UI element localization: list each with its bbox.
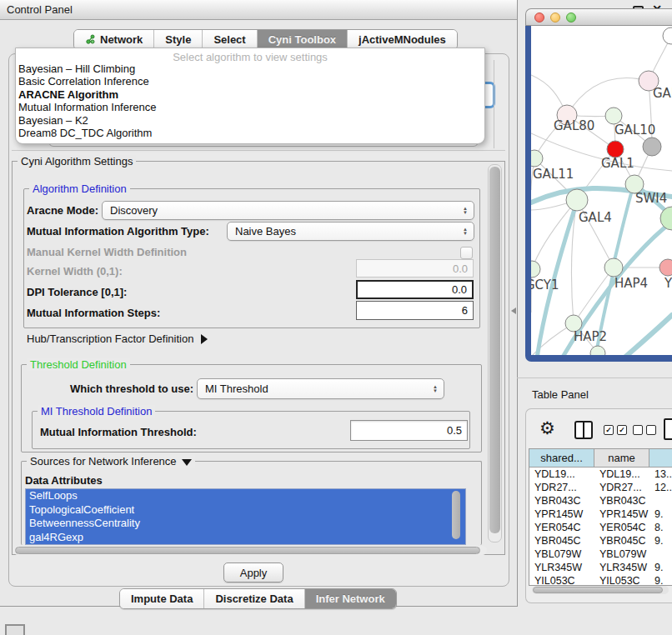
table-row-ybr045c[interactable]: YBR045CYBR045C9. <box>529 534 672 548</box>
tab-style[interactable]: Style <box>153 30 202 49</box>
table-cell: YDL19... <box>529 468 594 481</box>
close-traffic-light-icon[interactable] <box>534 12 544 22</box>
network-window-titlebar[interactable] <box>525 8 672 26</box>
node-label-gcy1: GCY1 <box>531 278 559 292</box>
table-cell: 8. <box>649 521 672 534</box>
algorithm-option-mutual-information-inference[interactable]: Mutual Information Inference <box>16 101 484 113</box>
network-node-top-partial[interactable] <box>663 28 672 44</box>
sources-title[interactable]: Sources for Network Inference <box>27 455 195 468</box>
split-pane-collapse-icon[interactable] <box>511 308 516 314</box>
minimized-window-icon[interactable] <box>5 624 25 635</box>
expand-right-icon[interactable] <box>201 334 208 344</box>
network-node-salmon-node[interactable] <box>659 259 672 276</box>
table-row-ylr345w[interactable]: YLR345WYLR345W9. <box>529 561 672 574</box>
manual-kernel-width-checkbox[interactable] <box>460 247 473 259</box>
tab-jactivemnodules[interactable]: jActiveMNodules <box>347 30 457 49</box>
tab-cyni-toolbox[interactable]: Cyni Toolbox <box>257 30 347 49</box>
algorithm-option-bayesian-hill-climbing[interactable]: Bayesian – Hill Climbing <box>16 62 484 75</box>
network-node-gcy1[interactable] <box>531 261 540 278</box>
table-row-ybr043c[interactable]: YBR043CYBR043C <box>529 494 672 508</box>
tab-select-label: Select <box>213 33 245 46</box>
network-edge-highlighted[interactable] <box>614 193 631 260</box>
tab-select[interactable]: Select <box>202 30 256 49</box>
network-graph[interactable]: GAL7GAL80GAL10GAL1GAL11SWI4GAL4GCY1HAP4Y… <box>531 26 672 355</box>
column-header-name[interactable]: name <box>594 449 649 468</box>
table-cell: YPR145W <box>594 508 649 521</box>
gear-icon[interactable]: ⚙ <box>539 418 555 438</box>
document-icon[interactable] <box>664 418 672 440</box>
deselect-columns-icon[interactable] <box>633 425 656 435</box>
bottom-tab-discretize-data[interactable]: Discretize Data <box>203 589 303 608</box>
column-header-shared[interactable]: shared... <box>529 449 594 468</box>
network-node-hap4[interactable] <box>604 258 623 277</box>
tab-network[interactable]: Network <box>74 30 153 49</box>
node-label-gal1: GAL1 <box>601 156 634 171</box>
mi-threshold-input[interactable]: 0.5 <box>350 420 468 441</box>
network-node-gal4[interactable] <box>566 189 588 211</box>
algorithm-popup-placeholder: Select algorithm to view settings <box>16 48 484 62</box>
algorithm-option-aracne-algorithm[interactable]: ARACNE Algorithm <box>16 88 484 101</box>
table-row-ybl079w[interactable]: YBL079WYBL079W <box>529 548 672 561</box>
manual-kernel-width-label: Manual Kernel Width Definition <box>27 246 187 258</box>
dpi-tolerance-input[interactable]: 0.0 <box>356 280 474 299</box>
table-row-ydl19[interactable]: YDL19...YDL19...13... <box>529 468 672 481</box>
which-threshold-select[interactable]: MI Threshold ▲▼ <box>197 378 444 399</box>
bottom-tab-impute-data[interactable]: Impute Data <box>120 589 203 608</box>
select-columns-icon[interactable]: ✓✓ <box>604 425 627 435</box>
network-node-gray-node[interactable] <box>643 138 661 156</box>
network-edge-highlighted[interactable] <box>624 315 672 355</box>
algorithm-definition-title: Algorithm Definition <box>29 182 130 195</box>
kernel-width-label: Kernel Width (0,1): <box>27 265 123 278</box>
table-row-ypr145w[interactable]: YPR145WYPR145W9. <box>529 508 672 521</box>
aracne-mode-select[interactable]: Discovery ▲▼ <box>102 201 474 220</box>
attributes-list-scrollbar[interactable] <box>451 491 461 542</box>
mi-algorithm-type-select[interactable]: Naive Bayes ▲▼ <box>227 222 474 241</box>
algorithm-option-basic-correlation-inference[interactable]: Basic Correlation Inference <box>16 75 484 88</box>
table-row-ydr27[interactable]: YDR27...YDR27...12... <box>529 481 672 494</box>
bottom-tab-infer-network[interactable]: Infer Network <box>304 589 396 608</box>
algorithm-option-bayesian-k2[interactable]: Bayesian – K2 <box>16 114 484 127</box>
zoom-traffic-light-icon[interactable] <box>566 12 576 22</box>
mi-steps-input[interactable]: 6 <box>356 301 474 320</box>
network-edge[interactable] <box>532 200 577 269</box>
network-node-gal1[interactable] <box>607 141 624 158</box>
tab-cyni-toolbox-label: Cyni Toolbox <box>268 33 336 46</box>
network-view-canvas[interactable]: GAL7GAL80GAL10GAL1GAL11SWI4GAL4GCY1HAP4Y… <box>531 26 672 355</box>
attribute-item-topologicalcoefficient[interactable]: TopologicalCoefficient <box>26 503 465 518</box>
attribute-item-betweennesscentrality[interactable]: BetweennessCentrality <box>26 517 465 531</box>
algorithm-option-dream8-dc-tdc-algorithm[interactable]: Dream8 DC_TDC Algorithm <box>16 127 484 139</box>
data-attributes-list[interactable]: SelfLoopsTopologicalCoefficientBetweenne… <box>25 488 466 545</box>
collapse-down-icon[interactable] <box>182 459 192 466</box>
table-cell: YDL19... <box>594 468 649 481</box>
settings-vertical-scrollbar[interactable] <box>488 164 502 542</box>
settings-horizontal-scrollbar[interactable] <box>13 546 487 555</box>
control-panel-title: Control Panel <box>7 3 73 16</box>
network-icon <box>85 34 96 45</box>
table-horizontal-scrollbar[interactable] <box>532 586 669 594</box>
column-header-2[interactable] <box>649 449 672 468</box>
table-cell: YER054C <box>529 521 594 534</box>
apply-button[interactable]: Apply <box>223 562 283 582</box>
split-view-icon[interactable] <box>574 421 593 439</box>
network-node-gal10[interactable] <box>605 108 622 124</box>
table-cell: YDR27... <box>529 481 594 494</box>
attribute-item-selfloops[interactable]: SelfLoops <box>26 489 465 503</box>
kernel-width-input: 0.0 <box>356 259 474 278</box>
attribute-item-gal4rgexp[interactable]: gal4RGexp <box>26 531 465 545</box>
table-row-yil053c[interactable]: YIL053CYIL053C9. <box>529 574 672 586</box>
table-cell: YDR27... <box>594 481 649 494</box>
table-cell: 12... <box>649 481 672 494</box>
node-label-gal7: GAL7 <box>653 86 672 101</box>
table-row-yer054c[interactable]: YER054CYER054C8. <box>529 521 672 534</box>
tab-network-label: Network <box>100 33 143 46</box>
table-cell: YPR145W <box>529 508 594 521</box>
minimize-traffic-light-icon[interactable] <box>550 12 560 22</box>
mi-threshold-label: Mutual Information Threshold: <box>40 426 197 438</box>
table-cell: 9. <box>649 561 672 574</box>
table-cell: YIL053C <box>594 574 649 586</box>
table-rows: YDL19...YDL19...13...YDR27...YDR27...12.… <box>529 468 672 586</box>
hub-transcription-factor-section[interactable]: Hub/Transcription Factor Definition <box>27 332 208 345</box>
control-panel-titlebar[interactable]: Control Panel <box>0 0 517 20</box>
node-attribute-table[interactable]: shared...name YDL19...YDL19...13...YDR27… <box>529 448 672 586</box>
mi-algorithm-type-label: Mutual Information Algorithm Type: <box>27 225 209 238</box>
